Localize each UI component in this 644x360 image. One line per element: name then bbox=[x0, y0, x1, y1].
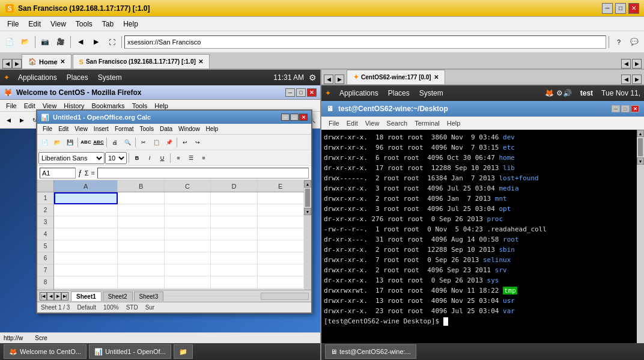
cell-d6[interactable] bbox=[211, 252, 257, 264]
term-menu-terminal[interactable]: Terminal bbox=[411, 119, 443, 127]
ct-new[interactable]: 📄 bbox=[38, 136, 50, 148]
cell-e8[interactable] bbox=[258, 276, 304, 288]
tab-nav-next[interactable]: ▶ bbox=[632, 59, 642, 69]
ff-menu-tools[interactable]: Tools bbox=[129, 102, 151, 110]
gnome-places-right[interactable]: Places bbox=[383, 88, 415, 99]
ct-undo[interactable]: ↩ bbox=[179, 136, 191, 148]
calc-hscrollbar[interactable] bbox=[261, 293, 309, 300]
ct-paste[interactable]: 📌 bbox=[163, 136, 175, 148]
cell-c1[interactable] bbox=[165, 192, 211, 204]
col-e[interactable]: E bbox=[258, 180, 304, 192]
scroll-thumb[interactable] bbox=[305, 189, 310, 207]
cell-d3[interactable] bbox=[211, 216, 257, 228]
cell-b6[interactable] bbox=[118, 252, 164, 264]
cell-c5[interactable] bbox=[165, 240, 211, 252]
calc-menu-help[interactable]: Help bbox=[203, 125, 222, 133]
cell-c2[interactable] bbox=[165, 204, 211, 216]
screenshot-button[interactable]: 📷 bbox=[38, 35, 52, 49]
cell-d4[interactable] bbox=[211, 228, 257, 240]
right-tab-prev[interactable]: ◀ bbox=[324, 75, 333, 84]
ff-maximize-btn[interactable]: □ bbox=[296, 88, 306, 97]
calc-menu-edit[interactable]: Edit bbox=[55, 125, 71, 133]
taskbar-item-terminal[interactable]: 🖥 test@CentOS62-wine:... bbox=[325, 344, 416, 359]
cell-d8[interactable] bbox=[211, 276, 257, 288]
taskbar-item-firefox[interactable]: 🦊 Welcome to CentO... bbox=[4, 344, 87, 359]
address-bar[interactable] bbox=[124, 35, 606, 49]
term-menu-file[interactable]: File bbox=[325, 119, 343, 127]
cell-d2[interactable] bbox=[211, 204, 257, 216]
cell-b1[interactable] bbox=[118, 192, 164, 204]
sheet-prev-btn[interactable]: ◀ bbox=[47, 292, 54, 301]
taskbar-item-fm[interactable]: 📁 bbox=[174, 344, 193, 359]
ff-close-btn[interactable]: ✕ bbox=[307, 88, 317, 97]
cell-c3[interactable] bbox=[165, 216, 211, 228]
terminal-prompt[interactable]: [test@CentOS62-wine Desktop]$ bbox=[324, 316, 634, 326]
ct-redo[interactable]: ↪ bbox=[192, 136, 204, 148]
cell-d1[interactable] bbox=[211, 192, 257, 204]
cell-e3[interactable] bbox=[258, 216, 304, 228]
col-c[interactable]: C bbox=[165, 180, 211, 192]
menu-tab[interactable]: Tab bbox=[97, 19, 118, 29]
tab-home-close[interactable]: ✕ bbox=[60, 58, 65, 65]
cell-b4[interactable] bbox=[118, 228, 164, 240]
right-panel-prev[interactable]: ◀ bbox=[621, 75, 631, 84]
cell-b8[interactable] bbox=[118, 276, 164, 288]
tab-sf[interactable]: S San Francisco (192.168.1.17:177) [:1.0… bbox=[73, 54, 210, 69]
cell-c4[interactable] bbox=[165, 228, 211, 240]
menu-file[interactable]: File bbox=[2, 19, 23, 29]
cell-c6[interactable] bbox=[165, 252, 211, 264]
record-button[interactable]: 🎥 bbox=[53, 35, 68, 49]
ct-print[interactable]: 🖨 bbox=[109, 136, 121, 148]
open-button[interactable]: 📂 bbox=[18, 35, 32, 49]
term-menu-search[interactable]: Search bbox=[383, 119, 411, 127]
maximize-button[interactable]: □ bbox=[615, 3, 626, 14]
ct-align-left[interactable]: ≡ bbox=[172, 152, 184, 164]
cell-b5[interactable] bbox=[118, 240, 164, 252]
gnome-apps-right[interactable]: Applications bbox=[335, 88, 383, 99]
cell-b3[interactable] bbox=[118, 216, 164, 228]
sheet-first-btn[interactable]: |◀ bbox=[40, 292, 47, 301]
chat-button[interactable]: 💬 bbox=[627, 35, 642, 49]
cell-c7[interactable] bbox=[165, 264, 211, 276]
col-a[interactable]: A bbox=[54, 180, 118, 192]
formula-input[interactable] bbox=[97, 168, 309, 178]
gnome-settings-icon-left[interactable]: ⚙ bbox=[309, 73, 317, 82]
ff-minimize-btn[interactable]: ─ bbox=[285, 88, 295, 97]
ct-align-right[interactable]: ≡ bbox=[198, 152, 210, 164]
tab-nav-prev[interactable]: ◀ bbox=[621, 59, 631, 69]
calc-menu-insert[interactable]: Insert bbox=[91, 125, 112, 133]
minimize-button[interactable]: ─ bbox=[602, 3, 613, 14]
ff-forward-btn[interactable]: ▶ bbox=[16, 114, 28, 126]
cell-e1[interactable] bbox=[258, 192, 304, 204]
tab-prev-button[interactable]: ◀ bbox=[2, 59, 12, 69]
cell-b2[interactable] bbox=[118, 204, 164, 216]
cell-d7[interactable] bbox=[211, 264, 257, 276]
ct-align-center[interactable]: ☰ bbox=[185, 152, 197, 164]
cell-e5[interactable] bbox=[258, 240, 304, 252]
ff-menu-edit[interactable]: Edit bbox=[20, 102, 39, 110]
term-minimize-btn[interactable]: ─ bbox=[612, 105, 620, 112]
cell-a6[interactable] bbox=[54, 252, 118, 264]
right-tab-next[interactable]: ▶ bbox=[335, 75, 344, 84]
cell-a8[interactable] bbox=[54, 276, 118, 288]
font-selector[interactable]: Liberation Sans bbox=[38, 152, 105, 164]
cell-a4[interactable] bbox=[54, 228, 118, 240]
tab-next-button[interactable]: ▶ bbox=[12, 59, 22, 69]
calc-minimize-btn[interactable]: ─ bbox=[281, 114, 290, 121]
menu-edit[interactable]: Edit bbox=[23, 19, 46, 29]
term-scroll-thumb[interactable] bbox=[638, 138, 643, 156]
calc-close-btn[interactable]: ✕ bbox=[299, 114, 308, 121]
sheet-last-btn[interactable]: ▶| bbox=[61, 292, 68, 301]
calc-menu-view[interactable]: View bbox=[71, 125, 91, 133]
cell-e2[interactable] bbox=[258, 204, 304, 216]
ff-back-btn[interactable]: ◀ bbox=[2, 114, 14, 126]
cell-a1[interactable] bbox=[54, 192, 118, 204]
cell-reference[interactable] bbox=[40, 168, 76, 178]
cell-e6[interactable] bbox=[258, 252, 304, 264]
ff-menu-history[interactable]: History bbox=[60, 102, 88, 110]
ff-menu-help[interactable]: Help bbox=[151, 102, 172, 110]
menu-help[interactable]: Help bbox=[118, 19, 143, 29]
help-button[interactable]: ? bbox=[612, 35, 626, 49]
term-scroll-up[interactable]: ▲ bbox=[637, 130, 644, 137]
ff-menu-file[interactable]: File bbox=[2, 102, 20, 110]
